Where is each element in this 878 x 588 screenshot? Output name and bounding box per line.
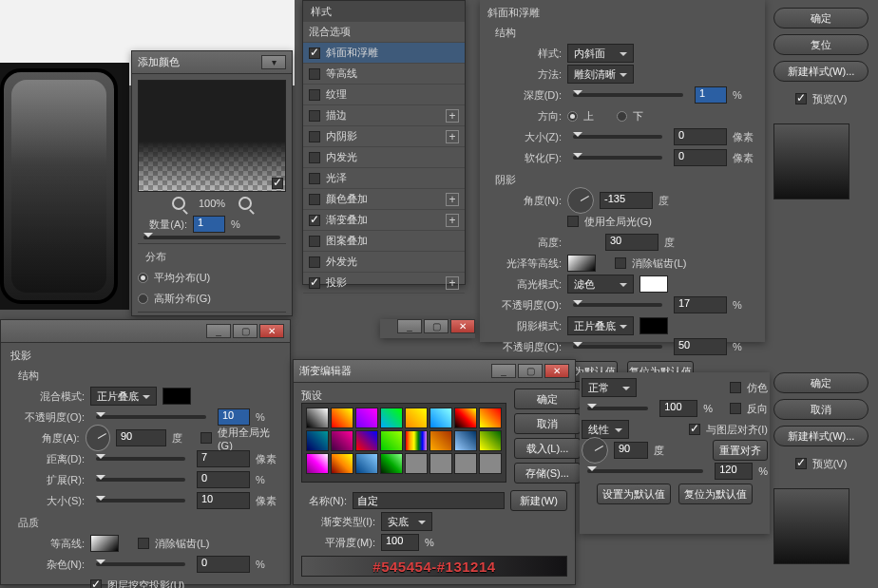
btn-reset-align[interactable]: 重置对齐 [713,440,768,461]
size-slider[interactable] [573,135,662,139]
slider[interactable] [96,478,185,482]
bevel-tech-select[interactable]: 雕刻清晰 [567,65,634,84]
fx-row-texture[interactable]: 纹理 [303,85,465,105]
opac2-input[interactable]: 50 [674,338,727,355]
ge-new[interactable]: 新建(W) [510,490,567,511]
ge-load[interactable]: 载入(L)... [514,438,581,459]
chk[interactable] [309,131,320,142]
toggle-preview[interactable] [272,178,283,189]
chk[interactable] [309,194,320,205]
fx-row-coloroverlay[interactable]: 颜色叠加+ [303,189,465,210]
chk-anti[interactable] [615,257,626,269]
slider[interactable] [96,499,185,503]
soft-slider[interactable] [573,156,662,160]
alt-input[interactable]: 30 [605,234,658,251]
btn-reset-default[interactable]: 复位为默认值 [678,484,753,504]
hilite-color[interactable] [639,275,668,293]
titlebar[interactable]: 渐变编辑器 _▢✕ [294,360,575,383]
radio-dn[interactable] [617,111,627,122]
spread-input[interactable]: 0 [197,471,250,488]
close-icon[interactable]: ✕ [450,319,475,333]
chk-global[interactable] [200,432,212,444]
noise-input[interactable]: 0 [197,556,250,573]
depth-slider[interactable] [573,93,683,97]
angle-dial[interactable] [86,425,110,451]
opac1-slider[interactable] [573,303,662,307]
close-icon[interactable]: ✕ [544,364,569,378]
angle-input[interactable]: 90 [614,442,648,459]
gradient-presets[interactable] [301,403,506,483]
plus-icon[interactable]: + [446,214,459,227]
chk[interactable] [309,215,320,226]
btn-newstyle[interactable]: 新建样式(W)... [773,61,868,82]
btn-ok[interactable]: 确定 [773,372,868,393]
chk[interactable] [309,173,320,184]
angle-dial[interactable] [582,437,608,464]
chk-knock[interactable] [90,579,102,588]
smooth-input[interactable]: 100 [381,534,419,551]
dist-input[interactable]: 7 [197,450,250,467]
min-icon[interactable]: _ [206,324,231,338]
dropdown-icon[interactable]: ▾ [261,55,286,69]
btn-cancel[interactable]: 取消 [773,399,868,420]
titlebar[interactable]: _▢✕ [1,320,290,343]
ge-save[interactable]: 存储(S)... [514,463,581,484]
plus-icon[interactable]: + [446,130,459,143]
ds-color[interactable] [162,388,191,405]
go-style[interactable]: 线性 [582,420,629,439]
btn-reset[interactable]: 复位 [773,34,868,55]
slider[interactable] [587,469,703,473]
gradient-bar[interactable]: #545454-#131214 [301,556,567,577]
amount-slider[interactable] [143,236,280,239]
go-blend[interactable]: 正常 [582,378,637,397]
shadow-color[interactable] [639,317,668,334]
angle-input[interactable]: 90 [116,429,166,446]
slider[interactable] [587,407,648,410]
angle-input[interactable]: -135 [600,192,653,209]
fx-row-innershadow[interactable]: 内阴影+ [303,126,465,147]
fx-row-innerglow[interactable]: 内发光 [303,147,465,168]
chk-preview[interactable] [795,458,807,469]
size-input[interactable]: 0 [674,128,727,145]
chk[interactable] [309,152,320,163]
plus-icon[interactable]: + [446,109,459,123]
chk-anti[interactable] [138,538,149,549]
bevel-style-select[interactable]: 内斜面 [567,44,634,63]
contour[interactable] [90,535,119,552]
opac-input[interactable]: 10 [218,408,250,426]
btn-make-default[interactable]: 设置为默认值 [597,484,671,504]
radio-even[interactable] [138,273,148,283]
btn-ok[interactable]: 确定 [773,8,868,28]
chk-preview[interactable] [795,93,807,104]
fx-row-dropshadow[interactable]: 投影+ [303,273,465,294]
chk-bevel[interactable] [309,47,320,59]
amount-input[interactable]: 1 [193,216,225,233]
row-blend-options[interactable]: 混合选项 [303,22,465,43]
zoom-out-icon[interactable] [172,197,185,210]
opac-input[interactable]: 100 [659,400,697,417]
max-icon[interactable]: ▢ [424,319,449,333]
shadowmode-select[interactable]: 正片叠底 [567,316,634,335]
slider[interactable] [96,457,185,461]
scale-input[interactable]: 120 [715,463,753,480]
opac1-input[interactable]: 17 [674,296,727,313]
soft-input[interactable]: 0 [674,149,727,166]
slider[interactable] [96,415,206,419]
ge-ok[interactable]: 确定 [514,389,581,409]
min-icon[interactable]: _ [491,364,516,378]
chk-align[interactable] [689,424,700,435]
fx-row-patternoverlay[interactable]: 图案叠加 [303,231,465,252]
close-icon[interactable]: ✕ [259,324,284,338]
depth-input[interactable]: 1 [695,86,727,104]
ge-cancel[interactable]: 取消 [514,413,581,434]
min-icon[interactable]: _ [397,319,422,333]
chk[interactable] [309,236,320,247]
angle-dial[interactable] [567,187,594,214]
fx-row-outerglow[interactable]: 外发光 [303,252,465,273]
plus-icon[interactable]: + [446,276,459,290]
chk[interactable] [309,89,320,101]
fx-row-contour[interactable]: 等高线 [303,64,465,85]
btn-newstyle[interactable]: 新建样式(W)... [773,426,868,446]
chk[interactable] [309,68,320,80]
max-icon[interactable]: ▢ [518,364,543,378]
